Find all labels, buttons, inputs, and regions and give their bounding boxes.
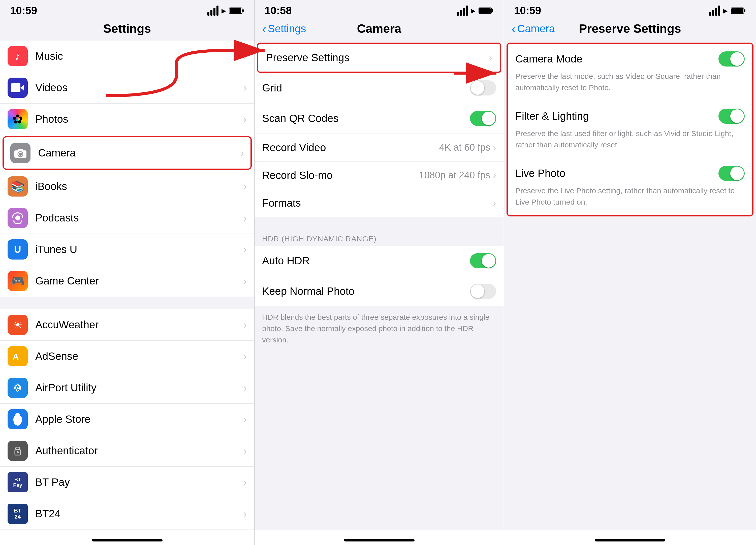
- svg-point-12: [15, 215, 20, 220]
- grid-toggle[interactable]: [470, 80, 496, 95]
- back-label-2: Settings: [268, 23, 306, 35]
- home-bar-1: [92, 539, 163, 541]
- signal-icon: [207, 6, 218, 16]
- time-2: 10:58: [265, 5, 292, 17]
- battery-icon-2: [479, 7, 494, 14]
- svg-point-11: [24, 151, 25, 153]
- settings-item-accuweather[interactable]: ☀ AccuWeather ›: [0, 309, 254, 341]
- svg-rect-5: [11, 83, 20, 92]
- scan-qr-toggle[interactable]: [470, 111, 496, 126]
- settings-item-photos[interactable]: ✿ Photos ›: [0, 104, 254, 135]
- grid-item[interactable]: Grid: [255, 73, 504, 103]
- settings-item-apple-store[interactable]: Apple Store ›: [0, 404, 254, 435]
- accuweather-label: AccuWeather: [35, 319, 243, 331]
- camera-item-wrapper: Camera ›: [3, 136, 252, 170]
- settings-item-authenticator[interactable]: Authenticator ›: [0, 435, 254, 467]
- page-title-1: Settings: [103, 22, 151, 36]
- back-label-3: Camera: [517, 23, 555, 35]
- itunes-u-label: iTunes U: [35, 243, 243, 255]
- settings-item-itunes-u[interactable]: U iTunes U ›: [0, 234, 254, 265]
- home-indicator-3: [504, 530, 756, 545]
- videos-icon: [8, 78, 28, 98]
- filter-lighting-toggle[interactable]: [718, 109, 745, 124]
- svg-point-16: [17, 451, 19, 453]
- section-gap-1: [0, 297, 254, 309]
- ibooks-icon: 📚: [8, 176, 28, 197]
- settings-item-ibooks[interactable]: 📚 iBooks ›: [0, 171, 254, 202]
- record-video-item[interactable]: Record Video 4K at 60 fps ›: [255, 134, 504, 162]
- preserve-settings-item[interactable]: Preserve Settings ›: [258, 44, 500, 72]
- settings-item-podcasts[interactable]: Podcasts ›: [0, 202, 254, 234]
- status-icons-2: ▸: [457, 5, 494, 16]
- preserve-settings-wrapper: Preserve Settings ›: [257, 43, 501, 73]
- keep-normal-photo-label: Keep Normal Photo: [262, 285, 470, 297]
- svg-point-14: [17, 387, 19, 389]
- back-button-2[interactable]: ‹ Settings: [262, 22, 306, 35]
- camera-mode-label: Camera Mode: [515, 53, 718, 65]
- settings-item-videos[interactable]: Videos ›: [0, 72, 254, 104]
- nav-bar-1: Settings: [0, 19, 254, 41]
- settings-item-adsense[interactable]: A AdSense ›: [0, 341, 254, 372]
- status-icons-3: ▸: [709, 5, 746, 16]
- back-button-3[interactable]: ‹ Camera: [512, 22, 555, 35]
- wifi-icon-2: ▸: [471, 5, 476, 16]
- settings-section-2: ☀ AccuWeather › A AdSense ›: [0, 309, 254, 529]
- record-slomo-item[interactable]: Record Slo-mo 1080p at 240 fps ›: [255, 162, 504, 189]
- bt24-label: BT24: [35, 508, 243, 520]
- filter-lighting-item[interactable]: Filter & Lighting Preserve the last used…: [508, 101, 752, 158]
- time-3: 10:59: [514, 5, 541, 17]
- scan-qr-item[interactable]: Scan QR Codes: [255, 103, 504, 134]
- filter-lighting-row: Filter & Lighting: [515, 109, 745, 124]
- preserve-settings-label: Preserve Settings: [266, 52, 489, 64]
- settings-item-airport-utility[interactable]: AirPort Utility ›: [0, 372, 254, 404]
- photos-label: Photos: [35, 113, 243, 125]
- live-photo-label: Live Photo: [515, 167, 718, 179]
- battery-icon: [229, 7, 244, 14]
- svg-text:A: A: [13, 352, 19, 361]
- live-photo-toggle[interactable]: [718, 166, 745, 181]
- formats-item[interactable]: Formats ›: [255, 189, 504, 217]
- ibooks-label: iBooks: [35, 180, 243, 193]
- scan-qr-label: Scan QR Codes: [262, 112, 470, 124]
- grid-label: Grid: [262, 82, 470, 94]
- camera-mode-item[interactable]: Camera Mode Preserve the last mode, such…: [508, 44, 752, 101]
- auto-hdr-label: Auto HDR: [262, 255, 470, 267]
- status-bar-2: 10:58 ▸: [255, 0, 504, 19]
- settings-item-music[interactable]: ♪ Music ›: [0, 41, 254, 72]
- settings-item-game-center[interactable]: 🎮 Game Center ›: [0, 265, 254, 297]
- hdr-section: Auto HDR Keep Normal Photo: [255, 246, 504, 306]
- preserve-items-wrapper: Camera Mode Preserve the last mode, such…: [507, 43, 753, 216]
- record-video-value: 4K at 60 fps: [439, 142, 490, 153]
- bt-pay-label: BT Pay: [35, 476, 243, 488]
- svg-point-9: [19, 153, 22, 156]
- record-slomo-label: Record Slo-mo: [262, 169, 419, 181]
- home-indicator-2: [255, 530, 504, 545]
- live-photo-item[interactable]: Live Photo Preserve the Live Photo setti…: [508, 158, 752, 215]
- settings-item-bt24[interactable]: BT24 BT24 ›: [0, 498, 254, 529]
- settings-item-bt-pay[interactable]: BTPay BT Pay ›: [0, 467, 254, 498]
- camera-settings-list: Preserve Settings › Grid Scan QR Codes: [255, 41, 504, 530]
- keep-normal-photo-toggle[interactable]: [470, 284, 496, 299]
- back-arrow-icon-2: ‹: [262, 22, 266, 35]
- home-bar-2: [344, 539, 415, 541]
- settings-panel: 10:59 ▸ Settings: [0, 0, 255, 545]
- auto-hdr-toggle[interactable]: [470, 253, 496, 268]
- apple-store-icon: [8, 409, 28, 429]
- wifi-icon: ▸: [222, 5, 226, 16]
- nav-bar-3: ‹ Camera Preserve Settings: [504, 19, 756, 41]
- svg-rect-19: [492, 9, 493, 12]
- svg-rect-22: [744, 9, 745, 12]
- camera-mode-toggle[interactable]: [718, 51, 745, 67]
- apple-store-label: Apple Store: [35, 413, 243, 425]
- game-center-icon: 🎮: [8, 271, 28, 291]
- auto-hdr-item[interactable]: Auto HDR: [255, 246, 504, 276]
- live-photo-row: Live Photo: [515, 166, 745, 181]
- adsense-label: AdSense: [35, 350, 243, 362]
- podcasts-icon: [8, 208, 28, 228]
- camera-panel: 10:58 ▸ ‹ Settings: [255, 0, 504, 545]
- settings-item-camera[interactable]: Camera ›: [4, 137, 250, 169]
- live-photo-desc: Preserve the Live Photo setting, rather …: [515, 185, 745, 208]
- keep-normal-photo-item[interactable]: Keep Normal Photo: [255, 276, 504, 306]
- svg-rect-4: [242, 9, 244, 12]
- svg-rect-3: [230, 8, 241, 13]
